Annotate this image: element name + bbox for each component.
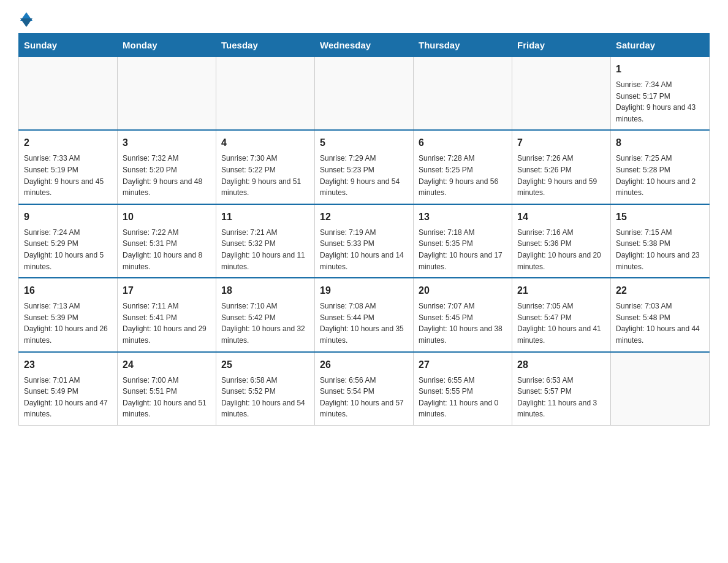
day-number: 6	[419, 136, 507, 150]
calendar-cell: 21Sunrise: 7:05 AMSunset: 5:47 PMDayligh…	[512, 278, 611, 351]
day-info: Sunrise: 7:25 AMSunset: 5:28 PMDaylight:…	[616, 153, 704, 198]
calendar-cell: 4Sunrise: 7:30 AMSunset: 5:22 PMDaylight…	[216, 130, 315, 204]
weekday-header-wednesday: Wednesday	[315, 34, 414, 57]
calendar-cell: 12Sunrise: 7:19 AMSunset: 5:33 PMDayligh…	[315, 204, 414, 278]
calendar-table: SundayMondayTuesdayWednesdayThursdayFrid…	[18, 33, 710, 426]
day-info: Sunrise: 6:55 AMSunset: 5:55 PMDaylight:…	[419, 375, 507, 420]
calendar-cell	[512, 57, 611, 131]
day-number: 15	[616, 210, 704, 224]
day-number: 26	[320, 358, 408, 372]
day-number: 7	[517, 136, 605, 150]
day-number: 21	[517, 283, 605, 298]
day-number: 11	[221, 210, 309, 224]
page-header	[18, 12, 710, 27]
day-number: 16	[24, 283, 112, 298]
calendar-cell: 17Sunrise: 7:11 AMSunset: 5:41 PMDayligh…	[118, 278, 216, 351]
calendar-cell: 15Sunrise: 7:15 AMSunset: 5:38 PMDayligh…	[611, 204, 710, 278]
calendar-cell: 20Sunrise: 7:07 AMSunset: 5:45 PMDayligh…	[414, 278, 512, 351]
day-number: 14	[517, 210, 605, 224]
calendar-cell	[216, 57, 315, 131]
calendar-cell: 28Sunrise: 6:53 AMSunset: 5:57 PMDayligh…	[512, 352, 611, 426]
calendar-cell: 6Sunrise: 7:28 AMSunset: 5:25 PMDaylight…	[414, 130, 512, 204]
calendar-week-row: 23Sunrise: 7:01 AMSunset: 5:49 PMDayligh…	[19, 352, 710, 426]
day-info: Sunrise: 7:30 AMSunset: 5:22 PMDaylight:…	[221, 153, 309, 198]
calendar-cell	[19, 57, 118, 131]
day-number: 23	[24, 358, 112, 372]
day-info: Sunrise: 7:22 AMSunset: 5:31 PMDaylight:…	[123, 227, 211, 272]
day-info: Sunrise: 7:07 AMSunset: 5:45 PMDaylight:…	[419, 301, 507, 346]
day-info: Sunrise: 7:19 AMSunset: 5:33 PMDaylight:…	[320, 227, 408, 272]
day-number: 10	[123, 210, 211, 224]
day-info: Sunrise: 7:26 AMSunset: 5:26 PMDaylight:…	[517, 153, 605, 198]
calendar-cell: 16Sunrise: 7:13 AMSunset: 5:39 PMDayligh…	[19, 278, 118, 351]
calendar-cell: 2Sunrise: 7:33 AMSunset: 5:19 PMDaylight…	[19, 130, 118, 204]
day-info: Sunrise: 7:34 AMSunset: 5:17 PMDaylight:…	[616, 79, 704, 124]
day-info: Sunrise: 7:28 AMSunset: 5:25 PMDaylight:…	[419, 153, 507, 198]
calendar-cell: 14Sunrise: 7:16 AMSunset: 5:36 PMDayligh…	[512, 204, 611, 278]
day-info: Sunrise: 7:00 AMSunset: 5:51 PMDaylight:…	[123, 375, 211, 420]
calendar-cell: 27Sunrise: 6:55 AMSunset: 5:55 PMDayligh…	[414, 352, 512, 426]
calendar-cell: 10Sunrise: 7:22 AMSunset: 5:31 PMDayligh…	[118, 204, 216, 278]
day-number: 5	[320, 136, 408, 150]
day-info: Sunrise: 6:56 AMSunset: 5:54 PMDaylight:…	[320, 375, 408, 420]
day-info: Sunrise: 7:13 AMSunset: 5:39 PMDaylight:…	[24, 301, 112, 346]
calendar-cell: 25Sunrise: 6:58 AMSunset: 5:52 PMDayligh…	[216, 352, 315, 426]
day-info: Sunrise: 7:10 AMSunset: 5:42 PMDaylight:…	[221, 301, 309, 346]
day-number: 19	[320, 283, 408, 298]
day-number: 4	[221, 136, 309, 150]
calendar-week-row: 16Sunrise: 7:13 AMSunset: 5:39 PMDayligh…	[19, 278, 710, 351]
logo	[18, 12, 32, 27]
calendar-cell: 1Sunrise: 7:34 AMSunset: 5:17 PMDaylight…	[611, 57, 710, 131]
day-info: Sunrise: 6:53 AMSunset: 5:57 PMDaylight:…	[517, 375, 605, 420]
calendar-cell: 5Sunrise: 7:29 AMSunset: 5:23 PMDaylight…	[315, 130, 414, 204]
day-info: Sunrise: 7:01 AMSunset: 5:49 PMDaylight:…	[24, 375, 112, 420]
day-number: 22	[616, 283, 704, 298]
day-info: Sunrise: 7:03 AMSunset: 5:48 PMDaylight:…	[616, 301, 704, 346]
calendar-cell: 7Sunrise: 7:26 AMSunset: 5:26 PMDaylight…	[512, 130, 611, 204]
calendar-cell: 11Sunrise: 7:21 AMSunset: 5:32 PMDayligh…	[216, 204, 315, 278]
day-number: 2	[24, 136, 112, 150]
calendar-cell	[414, 57, 512, 131]
day-number: 20	[419, 283, 507, 298]
calendar-cell: 13Sunrise: 7:18 AMSunset: 5:35 PMDayligh…	[414, 204, 512, 278]
day-info: Sunrise: 7:15 AMSunset: 5:38 PMDaylight:…	[616, 227, 704, 272]
calendar-cell: 3Sunrise: 7:32 AMSunset: 5:20 PMDaylight…	[118, 130, 216, 204]
calendar-cell: 26Sunrise: 6:56 AMSunset: 5:54 PMDayligh…	[315, 352, 414, 426]
calendar-cell: 22Sunrise: 7:03 AMSunset: 5:48 PMDayligh…	[611, 278, 710, 351]
weekday-header-saturday: Saturday	[611, 34, 710, 57]
weekday-header-sunday: Sunday	[19, 34, 118, 57]
day-number: 9	[24, 210, 112, 224]
day-number: 24	[123, 358, 211, 372]
day-number: 27	[419, 358, 507, 372]
day-info: Sunrise: 7:32 AMSunset: 5:20 PMDaylight:…	[123, 153, 211, 198]
weekday-header-friday: Friday	[512, 34, 611, 57]
day-number: 25	[221, 358, 309, 372]
day-number: 18	[221, 283, 309, 298]
weekday-header-tuesday: Tuesday	[216, 34, 315, 57]
day-info: Sunrise: 7:05 AMSunset: 5:47 PMDaylight:…	[517, 301, 605, 346]
day-number: 13	[419, 210, 507, 224]
calendar-cell	[611, 352, 710, 426]
day-number: 1	[616, 62, 704, 77]
day-number: 12	[320, 210, 408, 224]
day-info: Sunrise: 7:18 AMSunset: 5:35 PMDaylight:…	[419, 227, 507, 272]
day-number: 17	[123, 283, 211, 298]
calendar-week-row: 9Sunrise: 7:24 AMSunset: 5:29 PMDaylight…	[19, 204, 710, 278]
day-info: Sunrise: 7:11 AMSunset: 5:41 PMDaylight:…	[123, 301, 211, 346]
day-info: Sunrise: 7:29 AMSunset: 5:23 PMDaylight:…	[320, 153, 408, 198]
calendar-week-row: 1Sunrise: 7:34 AMSunset: 5:17 PMDaylight…	[19, 57, 710, 131]
day-info: Sunrise: 7:21 AMSunset: 5:32 PMDaylight:…	[221, 227, 309, 272]
calendar-week-row: 2Sunrise: 7:33 AMSunset: 5:19 PMDaylight…	[19, 130, 710, 204]
weekday-header-row: SundayMondayTuesdayWednesdayThursdayFrid…	[19, 34, 710, 57]
day-number: 3	[123, 136, 211, 150]
calendar-cell	[315, 57, 414, 131]
day-info: Sunrise: 7:08 AMSunset: 5:44 PMDaylight:…	[320, 301, 408, 346]
day-info: Sunrise: 7:33 AMSunset: 5:19 PMDaylight:…	[24, 153, 112, 198]
day-info: Sunrise: 7:24 AMSunset: 5:29 PMDaylight:…	[24, 227, 112, 272]
weekday-header-thursday: Thursday	[414, 34, 512, 57]
calendar-cell: 24Sunrise: 7:00 AMSunset: 5:51 PMDayligh…	[118, 352, 216, 426]
calendar-cell: 8Sunrise: 7:25 AMSunset: 5:28 PMDaylight…	[611, 130, 710, 204]
day-info: Sunrise: 7:16 AMSunset: 5:36 PMDaylight:…	[517, 227, 605, 272]
day-number: 28	[517, 358, 605, 372]
calendar-cell: 9Sunrise: 7:24 AMSunset: 5:29 PMDaylight…	[19, 204, 118, 278]
